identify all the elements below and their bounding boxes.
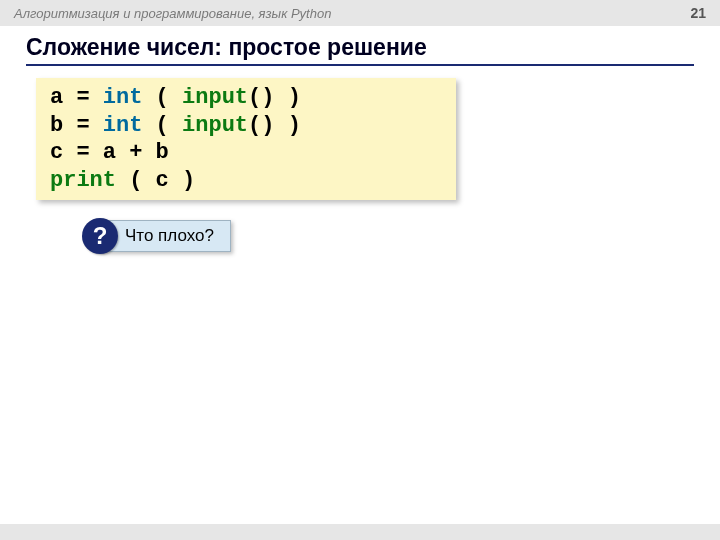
title-underline <box>26 64 694 66</box>
keyword-print: print <box>50 168 116 193</box>
slide-footer <box>0 524 720 540</box>
code-line: b = int ( input() ) <box>50 112 442 140</box>
code-block: a = int ( input() ) b = int ( input() ) … <box>36 78 456 200</box>
code-line: c = a + b <box>50 139 442 167</box>
keyword-input: input <box>182 85 248 110</box>
keyword-int: int <box>103 85 143 110</box>
keyword-int: int <box>103 113 143 138</box>
question-mark-icon: ? <box>82 218 118 254</box>
title-section: Сложение чисел: простое решение <box>0 26 720 66</box>
callout: ? Что плохо? <box>82 218 231 254</box>
code-line: print ( c ) <box>50 167 442 195</box>
slide-header: Алгоритмизация и программирование, язык … <box>0 0 720 26</box>
code-line: a = int ( input() ) <box>50 84 442 112</box>
slide-title: Сложение чисел: простое решение <box>26 34 694 60</box>
page-number: 21 <box>690 5 706 21</box>
keyword-input: input <box>182 113 248 138</box>
course-title: Алгоритмизация и программирование, язык … <box>14 6 331 21</box>
